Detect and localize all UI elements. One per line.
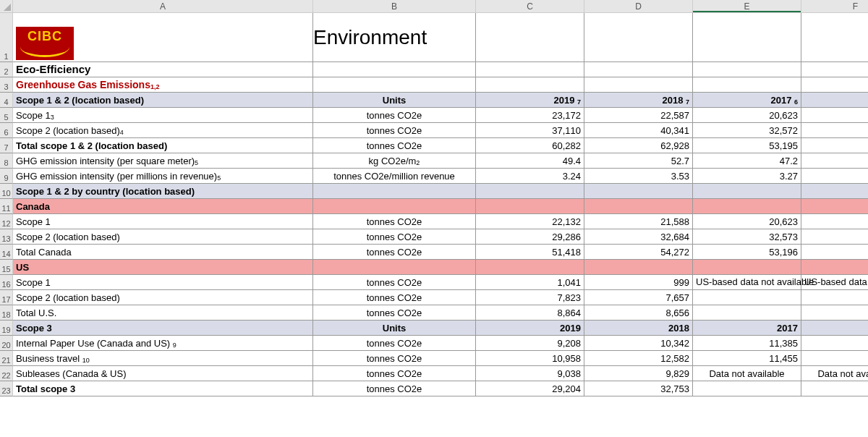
cell-c7[interactable]: 60,282 xyxy=(476,138,584,153)
cell-c18[interactable]: 8,864 xyxy=(476,305,584,321)
cell-d4[interactable]: 2018 7 xyxy=(584,93,693,108)
cell-f19[interactable]: 2016 xyxy=(801,321,868,336)
cell-a13[interactable]: Scope 2 (location based) xyxy=(13,229,313,245)
cell-e16[interactable]: US-based data not available xyxy=(693,275,801,290)
row-header-1[interactable]: 1 xyxy=(0,13,13,62)
cell-a20[interactable]: Internal Paper Use (Canada and US) 9 xyxy=(13,336,313,351)
cell-f21[interactable]: 11,087 xyxy=(801,351,868,366)
row-header-18[interactable]: 18 xyxy=(0,305,13,321)
row-header-20[interactable]: 20 xyxy=(0,336,13,351)
cell-a4[interactable]: Scope 1 & 2 (location based) xyxy=(13,93,313,108)
cell-c14[interactable]: 51,418 xyxy=(476,245,584,260)
cell-f18[interactable] xyxy=(801,305,868,321)
cell-c19[interactable]: 2019 xyxy=(476,321,584,336)
cell-b5[interactable]: tonnes CO2e xyxy=(313,108,476,123)
cell-c17[interactable]: 7,823 xyxy=(476,290,584,305)
cell-c23[interactable]: 29,204 xyxy=(476,381,584,396)
row-header-7[interactable]: 7 xyxy=(0,138,13,153)
row-header-10[interactable]: 10 xyxy=(0,184,13,199)
cell-b22[interactable]: tonnes CO2e xyxy=(313,366,476,381)
cell-c13[interactable]: 29,286 xyxy=(476,229,584,245)
cell-f20[interactable]: 12,882 xyxy=(801,336,868,351)
cell-e17[interactable] xyxy=(693,290,801,305)
cell-b11[interactable] xyxy=(313,199,476,214)
cell-a18[interactable]: Total U.S. xyxy=(13,305,313,321)
cell-e9[interactable]: 3.27 xyxy=(693,169,801,184)
cell-d16[interactable]: 999 xyxy=(584,275,693,290)
row-header-19[interactable]: 19 xyxy=(0,321,13,336)
cell-a22[interactable]: Subleases (Canada & US) xyxy=(13,366,313,381)
cell-d11[interactable] xyxy=(584,199,693,214)
cell-b10[interactable] xyxy=(313,184,476,199)
cell-b16[interactable]: tonnes CO2e xyxy=(313,275,476,290)
cell-b15[interactable] xyxy=(313,260,476,275)
cell-a15[interactable]: US xyxy=(13,260,313,275)
cell-f4[interactable]: 2016 6 xyxy=(801,93,868,108)
cell-a8[interactable]: GHG emission intensity (per square meter… xyxy=(13,153,313,169)
cell-c15[interactable] xyxy=(476,260,584,275)
cell-b12[interactable]: tonnes CO2e xyxy=(313,214,476,229)
cell-e21[interactable]: 11,455 xyxy=(693,351,801,366)
cell-d22[interactable]: 9,829 xyxy=(584,366,693,381)
cell-a17[interactable]: Scope 2 (location based) xyxy=(13,290,313,305)
cell-b18[interactable]: tonnes CO2e xyxy=(313,305,476,321)
cell-e1[interactable] xyxy=(693,13,801,62)
cell-f10[interactable] xyxy=(801,184,868,199)
row-header-13[interactable]: 13 xyxy=(0,229,13,245)
cell-e20[interactable]: 11,385 xyxy=(693,336,801,351)
cell-a10[interactable]: Scope 1 & 2 by country (location based) xyxy=(13,184,313,199)
cell-f9[interactable]: 3.99 xyxy=(801,169,868,184)
row-header-6[interactable]: 6 xyxy=(0,123,13,138)
cell-e11[interactable] xyxy=(693,199,801,214)
row-header-11[interactable]: 11 xyxy=(0,199,13,214)
cell-f11[interactable] xyxy=(801,199,868,214)
col-header-b[interactable]: B xyxy=(313,0,476,13)
cell-b3[interactable] xyxy=(313,77,476,93)
cell-c4[interactable]: 2019 7 xyxy=(476,93,584,108)
cell-f22[interactable]: Data not available xyxy=(801,366,868,381)
cell-e13[interactable]: 32,573 xyxy=(693,229,801,245)
cell-d20[interactable]: 10,342 xyxy=(584,336,693,351)
row-header-21[interactable]: 21 xyxy=(0,351,13,366)
row-header-3[interactable]: 3 xyxy=(0,77,13,93)
cell-e5[interactable]: 20,623 xyxy=(693,108,801,123)
cell-c21[interactable]: 10,958 xyxy=(476,351,584,366)
cell-b9[interactable]: tonnes CO2e/million revenue xyxy=(313,169,476,184)
cell-b1-title[interactable]: Environment xyxy=(313,13,476,62)
cell-b23[interactable]: tonnes CO2e xyxy=(313,381,476,396)
cell-f1[interactable] xyxy=(801,13,868,62)
cell-d7[interactable]: 62,928 xyxy=(584,138,693,153)
row-header-8[interactable]: 8 xyxy=(0,153,13,169)
cell-b17[interactable]: tonnes CO2e xyxy=(313,290,476,305)
select-all-corner[interactable] xyxy=(0,0,13,13)
row-header-9[interactable]: 9 xyxy=(0,169,13,184)
cell-a23[interactable]: Total scope 3 xyxy=(13,381,313,396)
cell-a12[interactable]: Scope 1 xyxy=(13,214,313,229)
cell-f6[interactable]: 35,269 xyxy=(801,123,868,138)
cell-f23[interactable] xyxy=(801,381,868,396)
cell-e22[interactable]: Data not available xyxy=(693,366,801,381)
cell-e18[interactable] xyxy=(693,305,801,321)
cell-b20[interactable]: tonnes CO2e xyxy=(313,336,476,351)
cell-c11[interactable] xyxy=(476,199,584,214)
cell-e2[interactable] xyxy=(693,62,801,77)
cell-d6[interactable]: 40,341 xyxy=(584,123,693,138)
cell-a11[interactable]: Canada xyxy=(13,199,313,214)
col-header-f[interactable]: F xyxy=(801,0,868,13)
cell-c3[interactable] xyxy=(476,77,584,93)
cell-c16[interactable]: 1,041 xyxy=(476,275,584,290)
cell-a6[interactable]: Scope 2 (location based)4 xyxy=(13,123,313,138)
cell-a3[interactable]: Greenhouse Gas Emissions1,2 xyxy=(13,77,313,93)
cell-e6[interactable]: 32,572 xyxy=(693,123,801,138)
cell-a14[interactable]: Total Canada xyxy=(13,245,313,260)
cell-f13[interactable]: 35,269 xyxy=(801,229,868,245)
cell-c10[interactable] xyxy=(476,184,584,199)
cell-b4[interactable]: Units xyxy=(313,93,476,108)
cell-e10[interactable] xyxy=(693,184,801,199)
cell-f8[interactable]: 52.9 xyxy=(801,153,868,169)
cell-d8[interactable]: 52.7 xyxy=(584,153,693,169)
row-header-12[interactable]: 12 xyxy=(0,214,13,229)
cell-e12[interactable]: 20,623 xyxy=(693,214,801,229)
cell-f17[interactable] xyxy=(801,290,868,305)
cell-b7[interactable]: tonnes CO2e xyxy=(313,138,476,153)
